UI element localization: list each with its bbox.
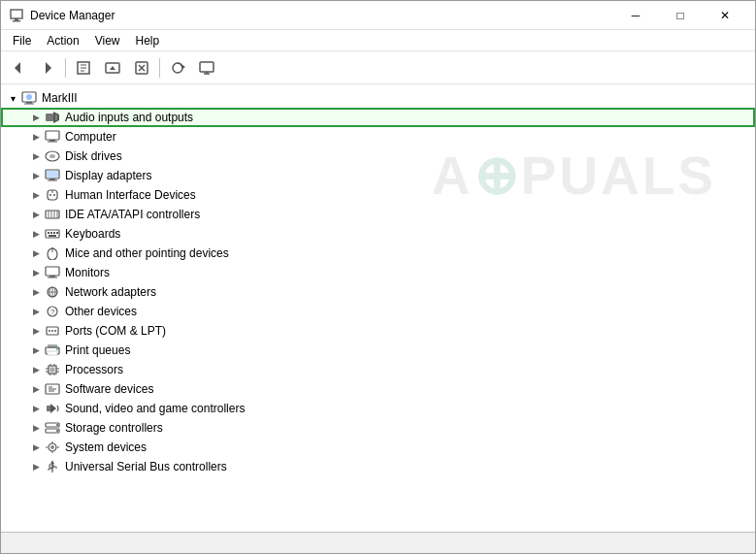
tree-view[interactable]: ▾ MarkIII ▶ bbox=[1, 84, 755, 532]
menu-view[interactable]: View bbox=[87, 31, 128, 50]
tree-item-keyboards[interactable]: ▶ Keyboards bbox=[1, 224, 755, 244]
svg-marker-3 bbox=[15, 62, 20, 74]
svg-marker-4 bbox=[46, 62, 51, 74]
tree-item-usb[interactable]: ▶ Universal Serial Bus controllers bbox=[1, 457, 755, 476]
software-label: Software devices bbox=[65, 382, 153, 396]
expand-icon-print: ▶ bbox=[28, 342, 44, 358]
tree-item-disk[interactable]: ▶ Disk drives bbox=[1, 147, 755, 166]
menu-file[interactable]: File bbox=[5, 31, 39, 50]
tree-item-sound[interactable]: ▶ Sound, video and game controllers bbox=[1, 399, 755, 418]
svg-rect-48 bbox=[56, 232, 58, 234]
tree-item-storage[interactable]: ▶ Storage controllers bbox=[1, 418, 755, 438]
expand-icon-storage: ▶ bbox=[28, 420, 44, 436]
tree-item-processors[interactable]: ▶ Processors bbox=[1, 360, 755, 379]
keyboards-label: Keyboards bbox=[65, 227, 120, 241]
svg-marker-10 bbox=[110, 66, 115, 70]
sound-icon bbox=[44, 400, 61, 417]
svg-rect-26 bbox=[46, 131, 59, 140]
svg-marker-15 bbox=[182, 65, 185, 69]
svg-point-63 bbox=[49, 330, 50, 332]
tree-item-root[interactable]: ▾ MarkIII bbox=[1, 88, 755, 108]
tree-item-computer[interactable]: ▶ Computer bbox=[1, 127, 755, 147]
menu-action[interactable]: Action bbox=[39, 31, 86, 50]
back-button[interactable] bbox=[5, 55, 32, 81]
device-manager-window: Device Manager ─ □ ✕ File Action View He… bbox=[0, 0, 756, 554]
tree-item-ports[interactable]: ▶ Ports (COM & LPT) bbox=[1, 321, 755, 341]
usb-label: Universal Serial Bus controllers bbox=[65, 460, 227, 473]
svg-point-89 bbox=[56, 430, 58, 432]
expand-icon-sound: ▶ bbox=[28, 401, 44, 416]
menu-help[interactable]: Help bbox=[128, 31, 168, 50]
ports-icon bbox=[44, 322, 61, 340]
main-content: A⊕PUALS ▾ MarkIII ▶ bbox=[1, 84, 755, 532]
computer-icon bbox=[20, 89, 38, 107]
svg-rect-28 bbox=[48, 142, 57, 143]
svg-point-91 bbox=[50, 445, 54, 449]
update-driver-button[interactable] bbox=[99, 55, 126, 81]
tree-item-system[interactable]: ▶ System devices bbox=[1, 438, 755, 457]
monitors-label: Monitors bbox=[65, 266, 110, 279]
keyboard-icon bbox=[44, 225, 61, 243]
mouse-icon bbox=[44, 244, 61, 262]
properties-icon bbox=[76, 60, 91, 76]
status-bar bbox=[1, 532, 755, 553]
tree-item-ide[interactable]: ▶ IDE ATA/ATAPI controllers bbox=[1, 205, 755, 224]
expand-icon-monitors: ▶ bbox=[28, 265, 44, 280]
expand-icon-processors: ▶ bbox=[28, 362, 44, 377]
expand-icon-ports: ▶ bbox=[28, 323, 44, 339]
other-label: Other devices bbox=[65, 305, 137, 318]
forward-button[interactable] bbox=[34, 55, 61, 81]
svg-marker-85 bbox=[50, 404, 56, 413]
svg-rect-55 bbox=[48, 277, 57, 278]
svg-rect-23 bbox=[46, 114, 53, 121]
tree-item-human[interactable]: ▶ Human Interface Devices bbox=[1, 185, 755, 205]
processors-label: Processors bbox=[65, 363, 123, 376]
tree-item-monitors[interactable]: ▶ Monitors bbox=[1, 263, 755, 282]
expand-icon-usb: ▶ bbox=[28, 459, 44, 474]
svg-marker-97 bbox=[50, 461, 54, 464]
tree-item-display[interactable]: ▶ Display adapters bbox=[1, 166, 755, 185]
display-label: Display adapters bbox=[65, 169, 151, 182]
display-icon bbox=[44, 167, 61, 184]
properties-button[interactable] bbox=[70, 55, 97, 81]
storage-icon bbox=[44, 419, 61, 437]
expand-icon-audio: ▶ bbox=[28, 110, 44, 125]
svg-text:?: ? bbox=[50, 308, 55, 316]
tree-item-network[interactable]: ▶ Network adapters bbox=[1, 282, 755, 302]
mice-label: Mice and other pointing devices bbox=[65, 246, 229, 260]
expand-icon-keyboards: ▶ bbox=[28, 226, 44, 242]
scan-button[interactable] bbox=[164, 55, 191, 81]
system-icon bbox=[44, 439, 61, 456]
uninstall-icon bbox=[134, 60, 149, 76]
maximize-button[interactable]: □ bbox=[658, 1, 703, 30]
expand-icon-network: ▶ bbox=[28, 284, 44, 300]
audio-icon bbox=[44, 109, 61, 126]
expand-icon-other: ▶ bbox=[28, 304, 44, 319]
tree-item-print[interactable]: ▶ Print queues bbox=[1, 341, 755, 360]
window-title: Device Manager bbox=[30, 9, 613, 22]
ide-icon bbox=[44, 206, 61, 223]
close-button[interactable]: ✕ bbox=[703, 1, 747, 30]
monitors-icon bbox=[44, 264, 61, 281]
expand-icon-software: ▶ bbox=[28, 381, 44, 397]
expand-icon-computer: ▶ bbox=[28, 129, 44, 145]
sound-label: Sound, video and game controllers bbox=[65, 402, 245, 415]
svg-point-88 bbox=[56, 424, 58, 426]
human-label: Human Interface Devices bbox=[65, 188, 196, 202]
monitor-button[interactable] bbox=[193, 55, 220, 81]
svg-rect-0 bbox=[11, 10, 22, 18]
svg-rect-21 bbox=[24, 104, 34, 105]
ide-label: IDE ATA/ATAPI controllers bbox=[65, 208, 200, 221]
tree-item-mice[interactable]: ▶ Mice and other pointing devices bbox=[1, 244, 755, 263]
svg-rect-16 bbox=[200, 62, 214, 72]
expand-icon-display: ▶ bbox=[28, 168, 44, 183]
expand-icon-system: ▶ bbox=[28, 440, 44, 455]
tree-item-audio[interactable]: ▶ Audio inputs and outputs bbox=[1, 108, 755, 127]
forward-icon bbox=[40, 60, 55, 76]
uninstall-button[interactable] bbox=[128, 55, 155, 81]
root-label: MarkIII bbox=[42, 91, 78, 105]
svg-point-69 bbox=[56, 348, 58, 350]
tree-item-software[interactable]: ▶ Software devices bbox=[1, 379, 755, 399]
tree-item-other[interactable]: ▶ ? Other devices bbox=[1, 302, 755, 321]
minimize-button[interactable]: ─ bbox=[613, 1, 658, 30]
